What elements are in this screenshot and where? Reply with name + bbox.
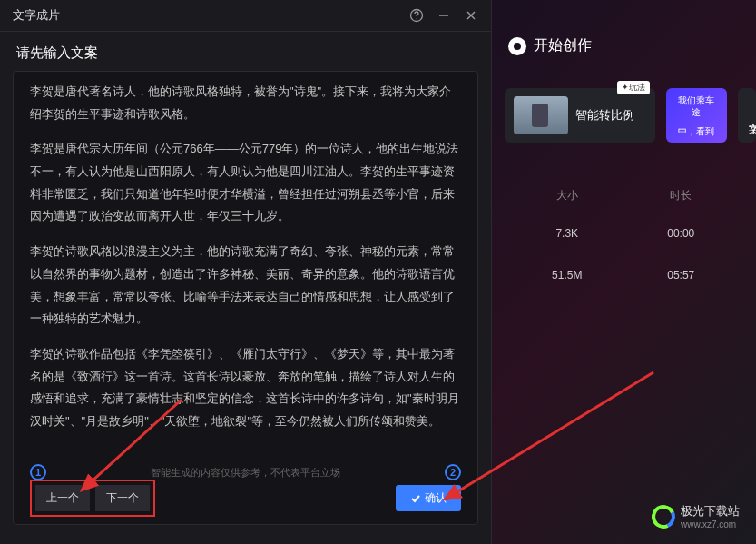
close-icon[interactable]	[464, 8, 478, 23]
next-button[interactable]: 下一个	[95, 485, 150, 511]
table-row[interactable]: 51.5M 05:57	[492, 254, 756, 296]
card-text-video[interactable]: 我们乘车途 中，看到	[666, 88, 727, 143]
content-box: 李贺是唐代著名诗人，他的诗歌风格独特，被誉为"诗鬼"。接下来，我将为大家介绍李贺…	[13, 71, 478, 525]
prev-button[interactable]: 上一个	[35, 485, 90, 511]
card-badge: ✦玩法	[617, 81, 650, 94]
hub-icon	[508, 37, 526, 55]
nav-button-group: 上一个 下一个	[30, 480, 155, 517]
confirm-button[interactable]: 确认	[396, 485, 461, 511]
check-icon	[410, 493, 421, 504]
card-label: 智能转比例	[575, 107, 634, 124]
annotation-marker-2: 2	[445, 464, 461, 480]
table-header: 大小 时长	[492, 143, 756, 213]
section-title: 请先输入文案	[0, 32, 491, 71]
watermark-logo: 极光下载站 www.xz7.com	[652, 503, 740, 529]
help-icon[interactable]	[409, 8, 424, 23]
modal-title: 文字成片	[13, 7, 60, 24]
card-thumbnail	[514, 96, 568, 134]
col-size-header: 大小	[510, 188, 624, 203]
annotation-marker-1: 1	[30, 464, 46, 480]
minimize-icon[interactable]	[437, 8, 451, 23]
col-duration-header: 时长	[624, 188, 739, 203]
card-smart-ratio[interactable]: ✦玩法 智能转比例	[505, 88, 655, 143]
generated-text: 李贺是唐代著名诗人，他的诗歌风格独特，被誉为"诗鬼"。接下来，我将为大家介绍李贺…	[30, 81, 461, 444]
right-header-title: 开始创作	[534, 36, 592, 55]
card-partial[interactable]: 文字	[738, 88, 756, 143]
table-row[interactable]: 7.3K 00:00	[492, 213, 756, 254]
logo-icon	[648, 501, 678, 531]
disclaimer-text: 智能生成的内容仅供参考，不代表平台立场	[46, 466, 445, 480]
